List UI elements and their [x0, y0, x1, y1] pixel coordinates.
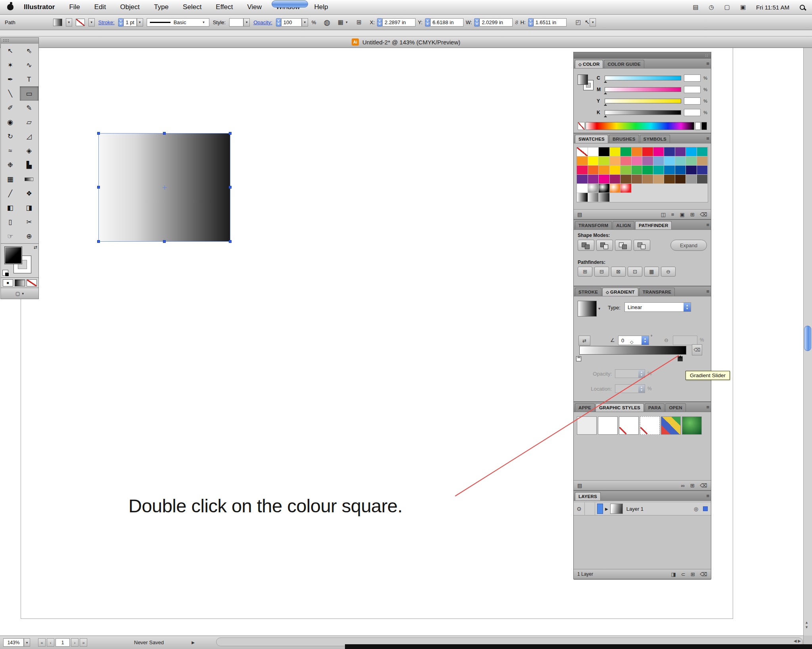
- select-similar-icon[interactable]: ↖: [585, 19, 590, 26]
- panel-menu-icon[interactable]: ≡: [706, 61, 709, 67]
- style-dashed[interactable]: [640, 416, 660, 435]
- menu-clock[interactable]: Fri 11:51 AM: [756, 4, 789, 11]
- swatch[interactable]: [610, 175, 621, 184]
- layer-row[interactable]: ⊙ ▶ Layer 1 ◎: [574, 502, 711, 515]
- swatch[interactable]: [599, 157, 610, 166]
- trim-button[interactable]: ⊟: [594, 267, 609, 277]
- swatch[interactable]: [588, 157, 599, 166]
- tab-pathfinder[interactable]: PATHFINDER: [635, 221, 672, 229]
- live-paint-bucket-tool[interactable]: ◧: [1, 200, 20, 215]
- intersect-button[interactable]: [615, 240, 632, 251]
- fill-indicator[interactable]: [4, 246, 22, 264]
- warp-tool[interactable]: ≈: [1, 143, 20, 158]
- opacity-dropdown-icon[interactable]: ▾: [302, 18, 308, 27]
- divide-button[interactable]: ⊞: [578, 267, 592, 277]
- next-artboard-button[interactable]: ›: [71, 638, 79, 647]
- swatch[interactable]: [610, 157, 621, 166]
- selection-indicator[interactable]: [703, 506, 708, 511]
- tab-paragraph[interactable]: PARA: [645, 403, 665, 412]
- swatch-options-button[interactable]: ≡: [671, 212, 674, 218]
- swatch[interactable]: [599, 166, 610, 175]
- selected-gradient-rectangle[interactable]: [98, 133, 230, 242]
- tab-gradient[interactable]: ◇GRADIENT: [602, 288, 638, 296]
- menu-file[interactable]: File: [69, 3, 80, 11]
- align-dropdown-icon[interactable]: ▾: [343, 18, 350, 27]
- delete-swatch-button[interactable]: ⌫: [700, 212, 707, 218]
- stroke-panel-link[interactable]: Stroke:: [98, 19, 115, 25]
- selection-handle[interactable]: [229, 186, 232, 189]
- h-stepper[interactable]: ▲▼: [528, 18, 533, 27]
- swatch[interactable]: [686, 166, 697, 175]
- swatch[interactable]: [642, 147, 653, 157]
- recolor-artwork-icon[interactable]: ◍: [324, 18, 330, 27]
- swatch[interactable]: [697, 157, 708, 166]
- panel-menu-icon[interactable]: ≡: [706, 222, 709, 228]
- zoom-field[interactable]: 143%: [3, 638, 24, 647]
- expand-button[interactable]: Expand: [670, 240, 707, 251]
- swatch[interactable]: [675, 175, 686, 184]
- tab-opentype[interactable]: OPEN: [665, 403, 686, 412]
- opacity-stepper[interactable]: ▲▼: [276, 18, 281, 27]
- swatch[interactable]: [675, 157, 686, 166]
- style-select[interactable]: [229, 18, 243, 27]
- swap-fill-stroke-icon[interactable]: ⇄: [34, 245, 37, 250]
- swatch[interactable]: [653, 175, 665, 184]
- tab-brushes[interactable]: BRUSHES: [609, 135, 639, 143]
- swatch[interactable]: [664, 157, 675, 166]
- swatch[interactable]: [620, 166, 632, 175]
- swatch[interactable]: [577, 157, 588, 166]
- stroke-color-swatch[interactable]: [76, 19, 85, 26]
- stroke-weight-dropdown-icon[interactable]: ▾: [137, 18, 143, 27]
- brush-definition-select[interactable]: Basic ▾: [147, 18, 209, 27]
- blob-brush-tool[interactable]: ◉: [1, 115, 20, 129]
- new-graphic-style-button[interactable]: ⊞: [690, 483, 695, 489]
- horizontal-scroll-thumb[interactable]: [272, 0, 308, 8]
- vertical-scroll-thumb[interactable]: [804, 326, 811, 351]
- spectrum-ramp[interactable]: [586, 122, 694, 130]
- eyedropper-tool[interactable]: ╱: [1, 186, 20, 200]
- swatch[interactable]: [588, 147, 599, 157]
- tab-stroke[interactable]: STROKE: [575, 288, 601, 296]
- panel-menu-icon[interactable]: ≡: [706, 404, 709, 410]
- gradient-mode-button[interactable]: [15, 279, 25, 286]
- zoom-tool[interactable]: ⊕: [20, 229, 39, 243]
- swatch[interactable]: [675, 147, 686, 157]
- free-transform-tool[interactable]: ◈: [20, 143, 39, 158]
- artboard-number-field[interactable]: 1: [56, 638, 70, 647]
- swatch[interactable]: [577, 175, 588, 184]
- outline-button[interactable]: ▦: [644, 267, 659, 277]
- line-tool[interactable]: ╲: [1, 86, 20, 101]
- input-menu-icon[interactable]: ▤: [693, 4, 698, 11]
- channel-slider[interactable]: [605, 76, 681, 80]
- dock-header[interactable]: ∷: [574, 52, 711, 59]
- gradient-slider-bar[interactable]: [579, 346, 686, 355]
- swatch[interactable]: [610, 166, 621, 175]
- displays-icon[interactable]: ▢: [724, 4, 730, 11]
- panel-menu-icon[interactable]: ≡: [706, 493, 709, 499]
- gradient-preset-dropdown-icon[interactable]: ▾: [598, 306, 600, 311]
- channel-value-field[interactable]: [684, 97, 701, 105]
- gradient-tool[interactable]: [20, 172, 39, 186]
- style-libraries-button[interactable]: ▤: [577, 483, 582, 489]
- swatch[interactable]: [577, 147, 588, 157]
- white-chip[interactable]: [695, 122, 701, 130]
- color-mode-button[interactable]: ■: [3, 279, 13, 286]
- channel-slider[interactable]: [605, 110, 681, 115]
- make-clipping-mask-button[interactable]: ◨: [671, 571, 676, 577]
- panel-menu-icon[interactable]: ≡: [706, 288, 709, 294]
- select-similar-dropdown-icon[interactable]: ▾: [590, 18, 596, 27]
- magic-wand-tool[interactable]: ✶: [1, 58, 20, 72]
- menu-illustrator[interactable]: Illustrator: [24, 3, 55, 11]
- swatch[interactable]: [664, 147, 675, 157]
- tab-transparency[interactable]: TRANSPARE: [639, 288, 675, 296]
- visibility-eye-icon[interactable]: ⊙: [574, 502, 585, 515]
- tab-appearance[interactable]: APPE: [575, 403, 595, 412]
- tab-align[interactable]: ALIGN: [613, 221, 634, 229]
- swatch[interactable]: [632, 157, 643, 166]
- first-artboard-button[interactable]: «: [38, 638, 46, 647]
- last-artboard-button[interactable]: »: [80, 638, 87, 647]
- expand-layer-icon[interactable]: ▶: [605, 507, 608, 511]
- selection-handle[interactable]: [163, 240, 166, 243]
- swatch[interactable]: [653, 147, 665, 157]
- swatch[interactable]: [653, 166, 665, 175]
